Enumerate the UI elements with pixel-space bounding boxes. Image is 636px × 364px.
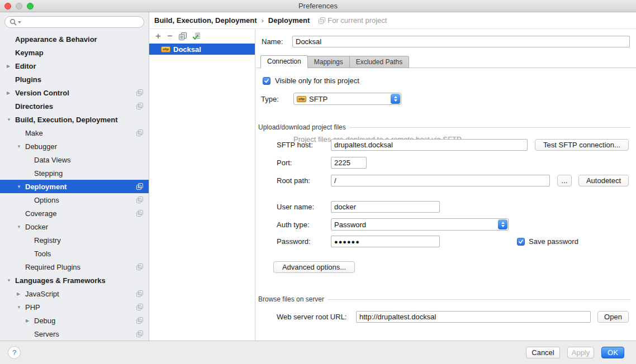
breadcrumb-separator: › — [261, 16, 263, 25]
open-url-button[interactable]: Open — [597, 311, 629, 323]
chevron-right-icon[interactable]: ▶ — [6, 90, 15, 95]
search-icon — [10, 18, 17, 26]
apply-button[interactable]: Apply — [567, 347, 594, 358]
sidebar-item-plugins[interactable]: Plugins — [0, 73, 149, 86]
sftp-file-icon: sftp — [161, 46, 170, 52]
preferences-window: Preferences Appearance & BehaviorKeymap▶… — [0, 0, 636, 364]
sidebar-item-build-execution-deployment[interactable]: ▼Build, Execution, Deployment — [0, 113, 149, 126]
auth-type-selected-value: Password — [334, 221, 366, 229]
chevron-right-icon[interactable]: ▶ — [25, 318, 34, 323]
test-sftp-connection-button[interactable]: Test SFTP connection... — [535, 139, 629, 151]
search-field[interactable] — [4, 16, 144, 28]
sidebar-item-debug[interactable]: ▶Debug — [0, 314, 149, 327]
remove-server-button[interactable]: − — [167, 32, 173, 41]
root-path-input[interactable] — [331, 175, 550, 186]
sidebar-item-appearance-behavior[interactable]: Appearance & Behavior — [0, 32, 149, 46]
breadcrumb-parent[interactable]: Build, Execution, Deployment — [154, 16, 257, 25]
deployment-form: Name: Connection Mappings Excluded Paths — [256, 29, 636, 341]
sidebar-item-deployment[interactable]: ▼Deployment — [0, 180, 149, 193]
browse-root-path-button[interactable]: ... — [557, 175, 572, 186]
sidebar-item-registry[interactable]: Registry — [0, 233, 149, 247]
use-as-default-button[interactable] — [193, 32, 201, 40]
sidebar-item-label: Plugins — [15, 75, 41, 84]
copy-icon — [179, 32, 187, 40]
sidebar-item-label: Coverage — [25, 209, 56, 218]
auth-type-select[interactable]: Password — [331, 218, 509, 231]
project-level-icon — [319, 17, 325, 24]
password-input[interactable] — [331, 236, 440, 247]
tab-excluded-paths[interactable]: Excluded Paths — [350, 56, 409, 68]
type-select[interactable]: sftp SFTP — [293, 93, 401, 105]
sidebar-item-label: Debug — [34, 317, 55, 325]
project-level-icon — [136, 304, 143, 310]
sidebar-item-options[interactable]: Options — [0, 193, 149, 207]
sidebar-item-label: Data Views — [34, 156, 71, 164]
search-input[interactable] — [24, 18, 139, 26]
sidebar-item-label: Directories — [15, 102, 53, 111]
visible-only-checkbox[interactable] — [263, 77, 270, 85]
save-password-checkbox[interactable] — [517, 238, 525, 246]
sidebar-item-make[interactable]: Make — [0, 126, 149, 140]
ok-button[interactable]: OK — [601, 347, 624, 358]
sidebar-item-debugger[interactable]: ▼Debugger — [0, 140, 149, 153]
chevron-down-icon[interactable]: ▼ — [16, 144, 25, 149]
sidebar-item-php[interactable]: ▼PHP — [0, 300, 149, 314]
sidebar-item-servers[interactable]: Servers — [0, 327, 149, 341]
dialog-footer: ? Cancel Apply OK — [0, 341, 636, 364]
chevron-down-icon[interactable]: ▼ — [6, 117, 15, 122]
save-password-label: Save password — [529, 237, 578, 246]
tab-bar: Connection Mappings Excluded Paths — [260, 55, 409, 68]
advanced-options-button[interactable]: Advanced options... — [273, 261, 355, 273]
server-name: Docksal — [173, 45, 201, 54]
project-level-icon — [136, 103, 143, 109]
window-title: Preferences — [0, 0, 636, 12]
cancel-button[interactable]: Cancel — [526, 347, 560, 358]
chevron-right-icon[interactable]: ▶ — [6, 64, 15, 69]
tab-connection[interactable]: Connection — [260, 55, 308, 68]
user-name-input[interactable] — [331, 201, 440, 213]
web-root-url-input[interactable] — [356, 311, 591, 323]
chevron-down-icon[interactable]: ▼ — [6, 278, 15, 283]
autodetect-button[interactable]: Autodetect — [578, 175, 629, 186]
chevron-down-icon[interactable]: ▼ — [16, 224, 25, 229]
sidebar-item-label: Keymap — [15, 49, 44, 57]
sidebar-item-label: Required Plugins — [25, 263, 80, 271]
sidebar-item-version-control[interactable]: ▶Version Control — [0, 86, 149, 99]
chevron-down-icon[interactable]: ▼ — [16, 305, 25, 310]
sidebar-item-languages-frameworks[interactable]: ▼Languages & Frameworks — [0, 274, 149, 287]
sidebar-item-coverage[interactable]: Coverage — [0, 207, 149, 220]
sidebar-item-data-views[interactable]: Data Views — [0, 153, 149, 166]
project-level-icon — [136, 89, 143, 96]
root-path-label: Root path: — [277, 176, 331, 185]
user-name-label: User name: — [277, 203, 331, 211]
sidebar-item-stepping[interactable]: Stepping — [0, 166, 149, 180]
settings-sidebar: Appearance & BehaviorKeymap▶EditorPlugin… — [0, 12, 149, 341]
chevron-down-icon[interactable]: ▼ — [16, 184, 25, 189]
port-input[interactable] — [331, 157, 367, 169]
sidebar-item-keymap[interactable]: Keymap — [0, 46, 149, 59]
sidebar-item-tools[interactable]: Tools — [0, 247, 149, 260]
server-list-item-docksal[interactable]: sftp Docksal — [149, 44, 255, 55]
copy-server-button[interactable] — [179, 32, 187, 40]
port-label: Port: — [277, 159, 331, 167]
sidebar-item-docker[interactable]: ▼Docker — [0, 220, 149, 233]
chevron-right-icon[interactable]: ▶ — [16, 291, 25, 296]
sidebar-item-editor[interactable]: ▶Editor — [0, 59, 149, 73]
web-root-url-label: Web server root URL: — [277, 313, 356, 321]
sidebar-item-required-plugins[interactable]: Required Plugins — [0, 260, 149, 274]
project-level-icon — [136, 290, 143, 297]
sidebar-item-javascript[interactable]: ▶JavaScript — [0, 287, 149, 300]
tab-mappings[interactable]: Mappings — [308, 56, 350, 68]
help-button[interactable]: ? — [8, 346, 21, 359]
server-list-toolbar: + − — [149, 29, 255, 44]
add-server-button[interactable]: + — [155, 32, 161, 41]
dropdown-stepper-icon[interactable] — [391, 94, 400, 104]
project-level-icon — [136, 264, 143, 270]
dropdown-stepper-icon[interactable] — [498, 219, 507, 229]
sidebar-item-label: Languages & Frameworks — [15, 276, 106, 285]
sftp-file-icon: sftp — [297, 96, 306, 102]
sidebar-item-directories[interactable]: Directories — [0, 99, 149, 113]
search-options-caret-icon[interactable] — [18, 21, 21, 23]
name-input[interactable] — [292, 36, 630, 47]
sftp-host-input[interactable] — [331, 139, 528, 151]
